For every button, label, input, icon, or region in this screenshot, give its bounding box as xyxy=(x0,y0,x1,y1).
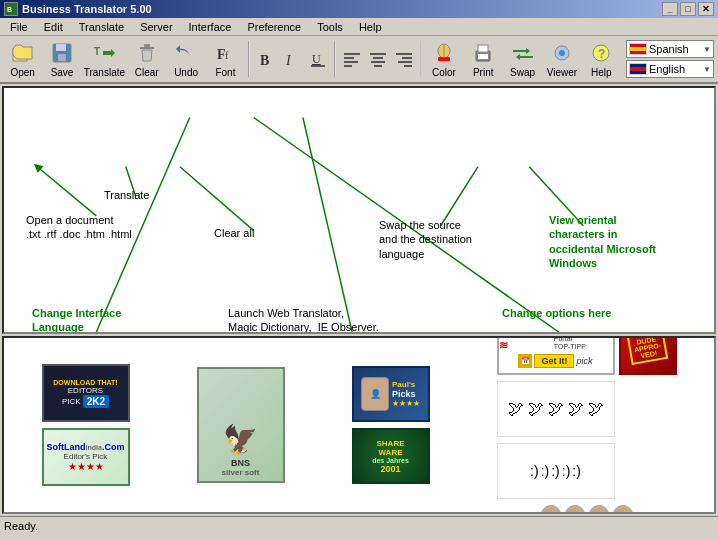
svg-text:T: T xyxy=(94,46,100,57)
save-icon xyxy=(50,41,74,65)
wintotal-badge: WinTotal ≋ Das Windows-PortalTOP-TIPP 📅 … xyxy=(497,336,615,375)
svg-line-43 xyxy=(303,118,352,332)
viewer-button[interactable]: Viewer xyxy=(543,38,580,80)
title-bar-left: B Business Translator 5.00 xyxy=(4,2,152,16)
faces-row: ◾◾ ◾◾ ◾◾ ◾◾ xyxy=(497,505,677,514)
menu-translate[interactable]: Translate xyxy=(73,20,130,34)
bns-label: BNS xyxy=(231,458,250,468)
destination-language-label: English xyxy=(649,63,701,75)
menu-preference[interactable]: Preference xyxy=(241,20,307,34)
swap-button[interactable]: Swap xyxy=(504,38,541,80)
birds-badge: 🕊 🕊 🕊 🕊 🕊 xyxy=(497,381,615,437)
top-right-badges: WinTotal ≋ Das Windows-PortalTOP-TIPP 📅 … xyxy=(497,336,677,375)
align-center-button[interactable] xyxy=(366,38,390,80)
help-button[interactable]: ? Help xyxy=(583,38,620,80)
destination-language-selector[interactable]: English ▼ xyxy=(626,60,714,78)
source-dropdown-arrow[interactable]: ▼ xyxy=(703,45,711,54)
editors-pick-text: Editor's Pick xyxy=(64,452,108,461)
menu-file[interactable]: File xyxy=(4,20,34,34)
bird-4: 🕊 xyxy=(568,400,584,418)
clear-all-annotation: Clear all xyxy=(214,226,254,240)
menu-help[interactable]: Help xyxy=(353,20,388,34)
clear-icon xyxy=(135,41,159,65)
translate-label: Translate xyxy=(84,67,125,78)
main-content-area: Open a document.txt .rtf .doc .htm .html… xyxy=(2,86,716,334)
language-selectors: Spanish ▼ English ▼ xyxy=(626,40,714,78)
smileys-badge: :) :) :) :) :) xyxy=(497,443,615,499)
bns-bird-icon: 🦅 xyxy=(223,426,258,454)
pauls-picks-badge: 👤 Paul's Picks ★★★★ xyxy=(352,366,430,422)
bird-3: 🕊 xyxy=(548,400,564,418)
menu-server[interactable]: Server xyxy=(134,20,178,34)
open-button[interactable]: Open xyxy=(4,38,41,80)
translate-button[interactable]: T Translate xyxy=(83,38,126,80)
source-language-selector[interactable]: Spanish ▼ xyxy=(626,40,714,58)
viewer-icon xyxy=(550,41,574,65)
clear-label: Clear xyxy=(135,67,159,78)
approved-stamp: DUDEAPPRO-VED! xyxy=(627,336,669,365)
italic-button[interactable]: I xyxy=(280,38,304,80)
smiley-face-row: :) :) :) :) :) xyxy=(497,443,677,499)
close-button[interactable]: ✕ xyxy=(698,2,714,16)
destination-dropdown-arrow[interactable]: ▼ xyxy=(703,65,711,74)
editors-pick-badge: DOWNLOAD THAT! EDITORS PICK 2K2 xyxy=(42,364,130,422)
view-oriental-annotation: View orientalcharacters inoccidental Mic… xyxy=(549,213,656,270)
editors-text: EDITORS xyxy=(68,386,103,395)
picks-label: Picks xyxy=(392,389,416,399)
align-left-button[interactable] xyxy=(340,38,364,80)
bold-button[interactable]: B xyxy=(254,38,278,80)
svg-rect-32 xyxy=(478,45,488,52)
align-left-icon xyxy=(340,47,364,71)
smiley-3: :) xyxy=(551,463,560,479)
help-icon: ? xyxy=(589,41,613,65)
face-4-eyes: ◾◾ xyxy=(617,510,629,514)
menu-edit[interactable]: Edit xyxy=(38,20,69,34)
undo-icon xyxy=(174,41,198,65)
bold-icon: B xyxy=(254,47,278,71)
left-badges: DOWNLOAD THAT! EDITORS PICK 2K2 SoftLand… xyxy=(42,364,130,486)
italic-icon: I xyxy=(280,47,304,71)
title-bar-controls[interactable]: _ □ ✕ xyxy=(662,2,714,16)
maximize-button[interactable]: □ xyxy=(680,2,696,16)
underline-button[interactable]: U xyxy=(306,38,330,80)
bird-5: 🕊 xyxy=(588,400,604,418)
pauls-stars: ★★★★ xyxy=(392,399,420,408)
print-button[interactable]: Print xyxy=(465,38,502,80)
smiley-4: :) xyxy=(562,463,571,479)
minimize-button[interactable]: _ xyxy=(662,2,678,16)
font-button[interactable]: F f Font xyxy=(207,38,244,80)
menu-tools[interactable]: Tools xyxy=(311,20,349,34)
swap-annotation: Swap the sourceand the destinationlangua… xyxy=(379,218,472,261)
app-title: Business Translator 5.00 xyxy=(22,3,152,15)
wintotal-cal: 📅 xyxy=(518,354,532,368)
menu-interface[interactable]: Interface xyxy=(183,20,238,34)
translate-annotation: Translate xyxy=(104,188,149,202)
approved-badge: DUDEAPPRO-VED! xyxy=(619,336,677,375)
viewer-label: Viewer xyxy=(547,67,577,78)
align-right-button[interactable] xyxy=(392,38,416,80)
pick-text: PICK xyxy=(62,397,81,406)
color-button[interactable]: Color xyxy=(425,38,462,80)
banner-area: DOWNLOAD THAT! EDITORS PICK 2K2 SoftLand… xyxy=(2,336,716,514)
bird-1: 🕊 xyxy=(508,400,524,418)
font-icon: F f xyxy=(213,41,237,65)
svg-text:?: ? xyxy=(598,47,605,61)
align-center-icon xyxy=(366,47,390,71)
save-button[interactable]: Save xyxy=(43,38,80,80)
face-1-eyes: ◾◾ xyxy=(545,510,557,514)
separator-1 xyxy=(248,41,250,77)
wintotal-portal: Das Windows-PortalTOP-TIPP xyxy=(554,336,613,351)
toolbar: Open Save T Translate xyxy=(0,36,718,84)
undo-button[interactable]: Undo xyxy=(167,38,204,80)
pauls-content: 👤 Paul's Picks ★★★★ xyxy=(361,377,420,411)
svg-rect-8 xyxy=(144,44,150,47)
svg-rect-31 xyxy=(478,54,488,59)
getit-button: Get It! xyxy=(534,354,574,368)
separator-2 xyxy=(334,41,336,77)
swap-label: Swap xyxy=(510,67,535,78)
svg-rect-19 xyxy=(370,53,386,55)
save-label: Save xyxy=(51,67,74,78)
svg-rect-26 xyxy=(404,65,412,67)
color-icon xyxy=(432,41,456,65)
clear-button[interactable]: Clear xyxy=(128,38,165,80)
